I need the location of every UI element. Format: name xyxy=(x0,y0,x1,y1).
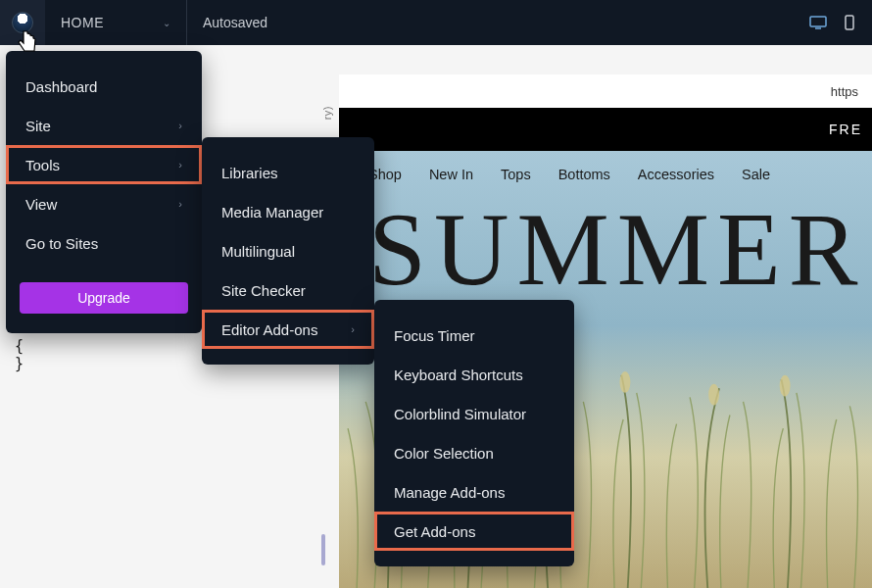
main-menu-item-tools[interactable]: Tools› xyxy=(6,145,202,184)
menu-item-label: Go to Sites xyxy=(25,235,98,252)
svg-point-10 xyxy=(620,371,631,393)
url-text: https xyxy=(831,84,858,99)
tools-submenu: LibrariesMedia ManagerMultilingualSite C… xyxy=(202,137,374,365)
addons-menu-item-manage-add-ons[interactable]: Manage Add-ons xyxy=(374,472,574,512)
main-menu: DashboardSite›Tools›View›Go to Sites Upg… xyxy=(6,51,202,333)
tools-menu-item-libraries[interactable]: Libraries xyxy=(202,153,374,192)
menu-item-label: Editor Add-ons xyxy=(221,321,317,338)
logo-icon xyxy=(12,12,33,33)
menu-item-label: Site Checker xyxy=(221,282,306,299)
addons-menu-item-color-selection[interactable]: Color Selection xyxy=(374,433,574,472)
url-bar: https xyxy=(339,74,872,108)
desktop-icon[interactable] xyxy=(809,14,827,31)
addons-submenu: Focus TimerKeyboard ShortcutsColorblind … xyxy=(374,300,574,566)
nav-accessories[interactable]: Accessories xyxy=(638,167,714,182)
svg-point-12 xyxy=(780,374,791,396)
nav-tops[interactable]: Tops xyxy=(501,167,531,182)
menu-item-label: Libraries xyxy=(221,165,278,181)
nav-sale[interactable]: Sale xyxy=(742,167,770,182)
svg-point-11 xyxy=(708,383,719,405)
main-menu-item-view[interactable]: View› xyxy=(6,184,202,223)
home-tab-label: HOME xyxy=(61,15,104,30)
resize-handle[interactable] xyxy=(321,534,325,565)
menu-item-label: Manage Add-ons xyxy=(394,484,505,501)
top-bar: HOME ⌄ Autosaved xyxy=(0,0,872,45)
tools-menu-item-media-manager[interactable]: Media Manager xyxy=(202,192,374,231)
addons-menu-item-get-add-ons[interactable]: Get Add-ons xyxy=(374,512,574,551)
addons-menu-item-colorblind-simulator[interactable]: Colorblind Simulator xyxy=(374,394,574,433)
svg-rect-0 xyxy=(810,17,826,26)
main-menu-item-dashboard[interactable]: Dashboard xyxy=(6,67,202,106)
nav-newin[interactable]: New In xyxy=(429,167,473,182)
svg-rect-2 xyxy=(846,16,853,29)
mobile-icon[interactable] xyxy=(841,14,858,31)
device-switcher xyxy=(809,14,872,31)
promo-bar: FRE xyxy=(339,108,872,151)
chevron-right-icon: › xyxy=(351,323,355,335)
hero-text: SUMMER xyxy=(368,190,865,310)
chevron-right-icon: › xyxy=(178,159,182,171)
menu-item-label: Multilingual xyxy=(221,243,295,260)
tools-menu-item-editor-add-ons[interactable]: Editor Add-ons› xyxy=(202,310,374,349)
menu-item-label: Get Add-ons xyxy=(394,523,475,540)
chevron-right-icon: › xyxy=(178,198,182,210)
menu-item-label: Dashboard xyxy=(25,78,97,95)
main-menu-item-go-to-sites[interactable]: Go to Sites xyxy=(6,223,202,263)
menu-item-label: Site xyxy=(25,118,51,134)
addons-menu-item-focus-timer[interactable]: Focus Timer xyxy=(374,316,574,355)
menu-item-label: Media Manager xyxy=(221,204,323,220)
nav-bottoms[interactable]: Bottoms xyxy=(558,167,610,182)
side-label: ry) xyxy=(321,106,333,120)
menu-item-label: Keyboard Shortcuts xyxy=(394,367,523,383)
tools-menu-item-multilingual[interactable]: Multilingual xyxy=(202,231,374,270)
menu-item-label: Color Selection xyxy=(394,445,494,462)
tools-menu-item-site-checker[interactable]: Site Checker xyxy=(202,270,374,310)
menu-item-label: Tools xyxy=(25,157,60,173)
chevron-right-icon: › xyxy=(178,120,182,131)
autosaved-status: Autosaved xyxy=(187,15,283,30)
main-menu-item-site[interactable]: Site› xyxy=(6,106,202,145)
app-logo-button[interactable] xyxy=(0,0,45,45)
menu-item-label: View xyxy=(25,196,57,213)
promo-text: FRE xyxy=(829,122,862,137)
code-braces-icon[interactable]: { } xyxy=(15,345,34,365)
site-nav: Shop New In Tops Bottoms Accessories Sal… xyxy=(368,167,770,182)
menu-item-label: Colorblind Simulator xyxy=(394,406,526,422)
menu-item-label: Focus Timer xyxy=(394,327,475,344)
chevron-down-icon: ⌄ xyxy=(163,18,170,28)
upgrade-button[interactable]: Upgrade xyxy=(20,282,188,314)
addons-menu-item-keyboard-shortcuts[interactable]: Keyboard Shortcuts xyxy=(374,355,574,394)
home-tab[interactable]: HOME ⌄ xyxy=(45,0,187,45)
